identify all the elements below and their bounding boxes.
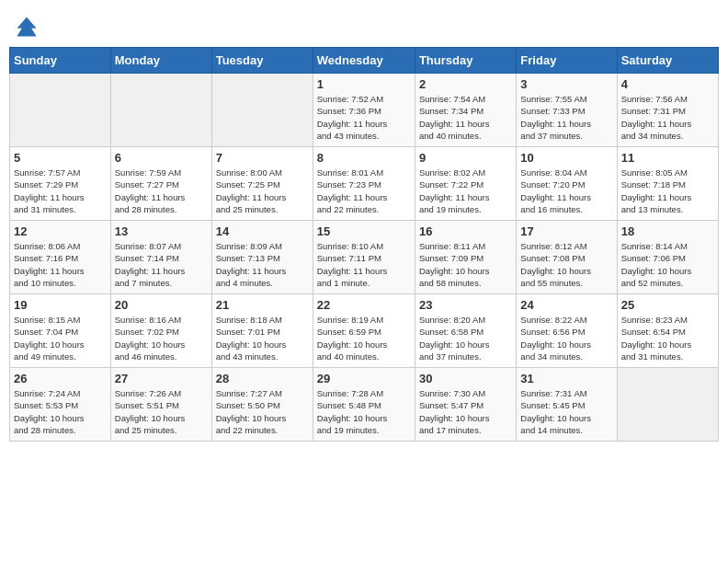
calendar-cell <box>10 74 111 147</box>
page-header <box>9 9 719 40</box>
calendar-cell <box>110 74 211 147</box>
day-info: Sunrise: 7:27 AM Sunset: 5:50 PM Dayligh… <box>216 387 309 436</box>
day-number: 27 <box>115 372 208 385</box>
calendar-cell: 25Sunrise: 8:23 AM Sunset: 6:54 PM Dayli… <box>617 294 718 368</box>
calendar-cell: 21Sunrise: 8:18 AM Sunset: 7:01 PM Dayli… <box>211 294 313 368</box>
calendar-cell <box>617 368 718 442</box>
day-info: Sunrise: 7:54 AM Sunset: 7:34 PM Dayligh… <box>419 93 512 142</box>
day-info: Sunrise: 8:16 AM Sunset: 7:02 PM Dayligh… <box>115 314 208 362</box>
calendar-cell <box>211 74 313 147</box>
day-number: 15 <box>317 224 411 238</box>
calendar-cell: 26Sunrise: 7:24 AM Sunset: 5:53 PM Dayli… <box>10 368 111 442</box>
day-header-tuesday: Tuesday <box>211 48 313 74</box>
calendar-cell: 8Sunrise: 8:01 AM Sunset: 7:23 PM Daylig… <box>313 147 415 221</box>
calendar-cell: 9Sunrise: 8:02 AM Sunset: 7:22 PM Daylig… <box>415 147 516 221</box>
day-info: Sunrise: 8:22 AM Sunset: 6:56 PM Dayligh… <box>520 314 612 362</box>
day-number: 4 <box>621 77 714 91</box>
day-info: Sunrise: 8:18 AM Sunset: 7:01 PM Dayligh… <box>216 314 309 362</box>
day-info: Sunrise: 8:05 AM Sunset: 7:18 PM Dayligh… <box>621 167 714 215</box>
day-info: Sunrise: 8:07 AM Sunset: 7:14 PM Dayligh… <box>115 240 208 289</box>
calendar-cell: 15Sunrise: 8:10 AM Sunset: 7:11 PM Dayli… <box>313 221 415 294</box>
day-number: 31 <box>520 372 612 385</box>
calendar-cell: 7Sunrise: 8:00 AM Sunset: 7:25 PM Daylig… <box>211 147 313 221</box>
calendar-cell: 14Sunrise: 8:09 AM Sunset: 7:13 PM Dayli… <box>211 221 313 294</box>
calendar-cell: 11Sunrise: 8:05 AM Sunset: 7:18 PM Dayli… <box>617 147 718 221</box>
logo-icon <box>14 14 40 40</box>
day-header-thursday: Thursday <box>415 48 516 74</box>
calendar-cell: 19Sunrise: 8:15 AM Sunset: 7:04 PM Dayli… <box>10 294 111 368</box>
calendar-cell: 28Sunrise: 7:27 AM Sunset: 5:50 PM Dayli… <box>211 368 313 442</box>
calendar-cell: 24Sunrise: 8:22 AM Sunset: 6:56 PM Dayli… <box>517 294 617 368</box>
day-header-saturday: Saturday <box>617 48 718 74</box>
day-number: 11 <box>621 151 714 165</box>
day-info: Sunrise: 7:31 AM Sunset: 5:45 PM Dayligh… <box>520 387 612 436</box>
calendar-cell: 30Sunrise: 7:30 AM Sunset: 5:47 PM Dayli… <box>415 368 516 442</box>
day-info: Sunrise: 8:20 AM Sunset: 6:58 PM Dayligh… <box>419 314 512 362</box>
day-number: 10 <box>520 151 612 165</box>
day-info: Sunrise: 8:14 AM Sunset: 7:06 PM Dayligh… <box>621 240 714 289</box>
svg-marker-0 <box>17 17 37 37</box>
day-info: Sunrise: 7:28 AM Sunset: 5:48 PM Dayligh… <box>317 387 411 436</box>
day-number: 5 <box>14 151 107 165</box>
calendar-cell: 22Sunrise: 8:19 AM Sunset: 6:59 PM Dayli… <box>313 294 415 368</box>
day-number: 30 <box>419 372 512 385</box>
day-info: Sunrise: 8:04 AM Sunset: 7:20 PM Dayligh… <box>520 167 612 215</box>
day-number: 9 <box>419 151 512 165</box>
calendar-week-row: 5Sunrise: 7:57 AM Sunset: 7:29 PM Daylig… <box>10 147 719 221</box>
day-info: Sunrise: 8:12 AM Sunset: 7:08 PM Dayligh… <box>520 240 612 289</box>
day-number: 19 <box>14 298 107 312</box>
day-number: 25 <box>621 298 714 312</box>
day-number: 24 <box>520 298 612 312</box>
day-info: Sunrise: 7:24 AM Sunset: 5:53 PM Dayligh… <box>14 387 107 436</box>
calendar-week-row: 26Sunrise: 7:24 AM Sunset: 5:53 PM Dayli… <box>10 368 719 442</box>
day-info: Sunrise: 8:00 AM Sunset: 7:25 PM Dayligh… <box>216 167 309 215</box>
day-number: 1 <box>317 77 411 91</box>
calendar-cell: 27Sunrise: 7:26 AM Sunset: 5:51 PM Dayli… <box>110 368 211 442</box>
day-info: Sunrise: 8:10 AM Sunset: 7:11 PM Dayligh… <box>317 240 411 289</box>
day-number: 3 <box>520 77 612 91</box>
calendar-cell: 16Sunrise: 8:11 AM Sunset: 7:09 PM Dayli… <box>415 221 516 294</box>
calendar-cell: 6Sunrise: 7:59 AM Sunset: 7:27 PM Daylig… <box>110 147 211 221</box>
day-number: 26 <box>14 372 107 385</box>
day-number: 14 <box>216 224 309 238</box>
day-info: Sunrise: 8:02 AM Sunset: 7:22 PM Dayligh… <box>419 167 512 215</box>
day-number: 18 <box>621 224 714 238</box>
day-number: 6 <box>115 151 208 165</box>
day-header-sunday: Sunday <box>10 48 111 74</box>
day-info: Sunrise: 7:26 AM Sunset: 5:51 PM Dayligh… <box>115 387 208 436</box>
calendar-cell: 23Sunrise: 8:20 AM Sunset: 6:58 PM Dayli… <box>415 294 516 368</box>
day-header-monday: Monday <box>110 48 211 74</box>
calendar-cell: 31Sunrise: 7:31 AM Sunset: 5:45 PM Dayli… <box>517 368 617 442</box>
calendar-cell: 29Sunrise: 7:28 AM Sunset: 5:48 PM Dayli… <box>313 368 415 442</box>
day-info: Sunrise: 7:55 AM Sunset: 7:33 PM Dayligh… <box>520 93 612 142</box>
day-info: Sunrise: 7:56 AM Sunset: 7:31 PM Dayligh… <box>621 93 714 142</box>
day-info: Sunrise: 7:59 AM Sunset: 7:27 PM Dayligh… <box>115 167 208 215</box>
calendar-cell: 5Sunrise: 7:57 AM Sunset: 7:29 PM Daylig… <box>10 147 111 221</box>
day-info: Sunrise: 7:57 AM Sunset: 7:29 PM Dayligh… <box>14 167 107 215</box>
day-info: Sunrise: 8:11 AM Sunset: 7:09 PM Dayligh… <box>419 240 512 289</box>
day-info: Sunrise: 8:09 AM Sunset: 7:13 PM Dayligh… <box>216 240 309 289</box>
day-info: Sunrise: 8:15 AM Sunset: 7:04 PM Dayligh… <box>14 314 107 362</box>
day-info: Sunrise: 8:06 AM Sunset: 7:16 PM Dayligh… <box>14 240 107 289</box>
day-info: Sunrise: 7:52 AM Sunset: 7:36 PM Dayligh… <box>317 93 411 142</box>
logo <box>14 14 43 40</box>
day-number: 16 <box>419 224 512 238</box>
calendar-cell: 18Sunrise: 8:14 AM Sunset: 7:06 PM Dayli… <box>617 221 718 294</box>
day-info: Sunrise: 8:23 AM Sunset: 6:54 PM Dayligh… <box>621 314 714 362</box>
calendar-week-row: 12Sunrise: 8:06 AM Sunset: 7:16 PM Dayli… <box>10 221 719 294</box>
calendar-cell: 4Sunrise: 7:56 AM Sunset: 7:31 PM Daylig… <box>617 74 718 147</box>
calendar-header-row: SundayMondayTuesdayWednesdayThursdayFrid… <box>10 48 719 74</box>
calendar-cell: 10Sunrise: 8:04 AM Sunset: 7:20 PM Dayli… <box>517 147 617 221</box>
calendar-cell: 17Sunrise: 8:12 AM Sunset: 7:08 PM Dayli… <box>517 221 617 294</box>
day-number: 7 <box>216 151 309 165</box>
day-header-friday: Friday <box>517 48 617 74</box>
day-number: 22 <box>317 298 411 312</box>
calendar-table: SundayMondayTuesdayWednesdayThursdayFrid… <box>9 47 719 442</box>
day-number: 13 <box>115 224 208 238</box>
day-number: 2 <box>419 77 512 91</box>
calendar-week-row: 19Sunrise: 8:15 AM Sunset: 7:04 PM Dayli… <box>10 294 719 368</box>
calendar-cell: 1Sunrise: 7:52 AM Sunset: 7:36 PM Daylig… <box>313 74 415 147</box>
day-number: 17 <box>520 224 612 238</box>
calendar-cell: 12Sunrise: 8:06 AM Sunset: 7:16 PM Dayli… <box>10 221 111 294</box>
day-number: 21 <box>216 298 309 312</box>
